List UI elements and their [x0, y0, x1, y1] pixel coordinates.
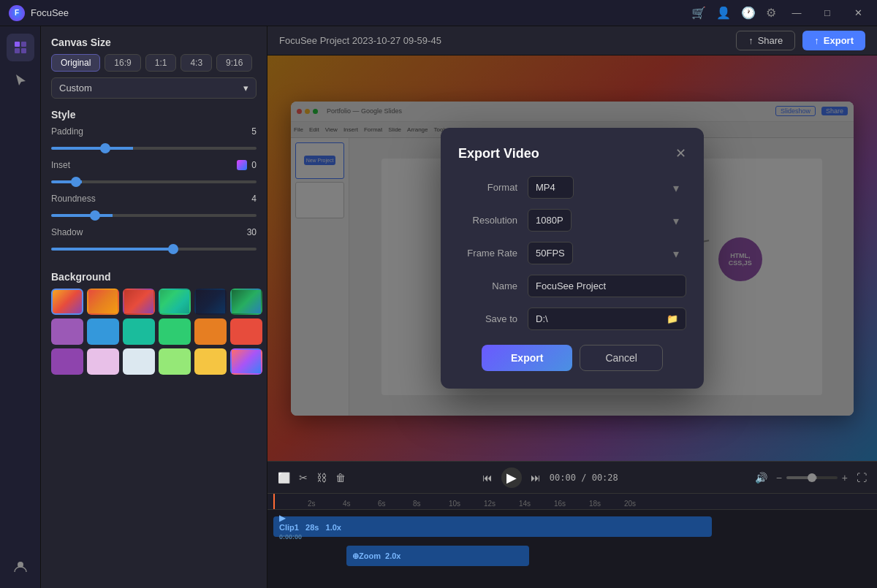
- roundness-label: Roundness: [51, 194, 96, 204]
- bg-swatch-4[interactable]: [159, 289, 191, 315]
- format-select-wrapper: MP4 GIF MOV WEBM: [528, 176, 686, 199]
- modal-export-button[interactable]: Export: [482, 345, 572, 371]
- share-icon: ↑: [748, 35, 753, 46]
- shadow-slider[interactable]: [51, 248, 257, 251]
- format-field: Format MP4 GIF MOV WEBM: [458, 176, 686, 199]
- save-to-field: Save to D:\ 📁: [458, 308, 686, 330]
- aspect-btn-11[interactable]: 1:1: [145, 54, 177, 72]
- save-to-label: Save to: [458, 313, 528, 324]
- main-layout: Canvas Size Original 16:9 1:1 4:3 9:16 C…: [0, 26, 877, 588]
- export-label: Export: [824, 35, 854, 46]
- app-logo: F: [9, 5, 25, 21]
- sidebar-item-cursor[interactable]: [7, 66, 34, 93]
- ruler-20s: 20s: [624, 500, 636, 508]
- inset-header: Inset 0: [51, 160, 257, 170]
- zoom-slider[interactable]: [786, 476, 838, 479]
- clip1[interactable]: ▶ Clip1 28s 1.0x 0:00:00: [273, 516, 712, 537]
- bg-swatch-9[interactable]: [123, 318, 155, 345]
- style-title: Style: [51, 109, 257, 121]
- aspect-btn-169[interactable]: 16:9: [105, 54, 140, 72]
- bg-swatch-10[interactable]: [159, 318, 191, 345]
- frame-rate-select[interactable]: 24FPS 30FPS 50FPS 60FPS: [528, 242, 573, 264]
- zoom-label: Zoom 2.0x: [359, 551, 400, 560]
- bg-swatch-14[interactable]: [87, 348, 119, 375]
- format-select[interactable]: MP4 GIF MOV WEBM: [528, 176, 574, 199]
- padding-value: 5: [251, 126, 257, 137]
- cut-icon[interactable]: ✂: [299, 472, 308, 484]
- zoom-in-icon[interactable]: +: [842, 472, 848, 484]
- time-display: 00:00 / 00:28: [550, 473, 618, 483]
- crop-icon[interactable]: ⬜: [278, 472, 290, 484]
- bg-swatch-18[interactable]: [230, 348, 262, 375]
- bg-swatch-7[interactable]: [51, 318, 83, 345]
- resolution-select[interactable]: 720P 1080P 2K 4K: [528, 209, 572, 232]
- sidebar-item-person[interactable]: [7, 553, 34, 581]
- track-row-clip1: ▶ Clip1 28s 1.0x 0:00:00: [273, 514, 871, 539]
- maximize-button[interactable]: □: [817, 3, 838, 23]
- app-name: FocuSee: [31, 7, 69, 18]
- delete-icon[interactable]: 🗑: [335, 472, 346, 484]
- link-icon[interactable]: ⛓: [316, 472, 327, 484]
- inset-slider[interactable]: [51, 180, 257, 183]
- aspect-btn-916[interactable]: 9:16: [216, 54, 252, 72]
- roundness-slider[interactable]: [51, 214, 257, 217]
- bg-swatch-11[interactable]: [194, 318, 227, 345]
- share-button[interactable]: ↑ Share: [736, 31, 795, 50]
- close-button[interactable]: ✕: [848, 3, 868, 23]
- bg-swatch-17[interactable]: [194, 348, 227, 375]
- bg-swatch-16[interactable]: [159, 348, 191, 375]
- bg-swatch-8[interactable]: [87, 318, 119, 345]
- bg-swatch-2[interactable]: [87, 289, 119, 315]
- settings-icon[interactable]: ⚙: [766, 6, 776, 20]
- play-icon[interactable]: ▶: [501, 467, 522, 488]
- bg-swatch-1[interactable]: [51, 289, 83, 315]
- volume-icon[interactable]: 🔊: [755, 472, 767, 484]
- modal-actions: Export Cancel: [458, 345, 686, 371]
- left-panel: Canvas Size Original 16:9 1:1 4:3 9:16 C…: [41, 26, 267, 588]
- minimize-button[interactable]: —: [786, 3, 807, 23]
- cart-icon[interactable]: 🛒: [691, 6, 706, 20]
- color-dot-icon[interactable]: [237, 160, 247, 170]
- track-row-zoom: ⊕ Zoom 2.0x: [273, 543, 871, 568]
- canvas-size-title: Canvas Size: [51, 37, 257, 48]
- export-icon: ↑: [814, 35, 819, 46]
- modal-close-button[interactable]: ✕: [675, 145, 686, 161]
- padding-row: Padding 5: [51, 126, 257, 153]
- fast-forward-icon[interactable]: ⏭: [531, 472, 541, 484]
- zoom-out-icon[interactable]: −: [776, 472, 782, 484]
- preview-area: Portfolio — Google Slides Slideshow Shar…: [267, 56, 877, 461]
- bg-swatch-13[interactable]: [51, 348, 83, 375]
- bg-swatch-15[interactable]: [123, 348, 155, 375]
- bg-swatch-6[interactable]: [230, 289, 262, 315]
- resolution-select-wrapper: 720P 1080P 2K 4K: [528, 209, 686, 232]
- save-to-value[interactable]: D:\ 📁: [528, 308, 686, 330]
- canvas-size-dropdown[interactable]: Custom ▾: [51, 77, 257, 99]
- modal-cancel-button[interactable]: Cancel: [580, 345, 663, 371]
- fullscreen-icon[interactable]: ⛶: [857, 472, 867, 484]
- user-icon[interactable]: 👤: [716, 6, 731, 20]
- aspect-btn-43[interactable]: 4:3: [181, 54, 212, 72]
- bg-swatch-12[interactable]: [230, 318, 262, 345]
- modal-overlay: Export Video ✕ Format MP4 GIF MOV WEBM: [267, 56, 877, 461]
- clip1-icon: ▶: [279, 513, 341, 523]
- time-current: 00:00: [550, 473, 576, 483]
- zoom-clip[interactable]: ⊕ Zoom 2.0x: [346, 546, 529, 566]
- sidebar-item-canvas[interactable]: [7, 34, 34, 61]
- bg-swatch-5[interactable]: [194, 289, 227, 315]
- aspect-btn-original[interactable]: Original: [51, 54, 100, 72]
- playback-bar: ⬜ ✂ ⛓ 🗑 ⏮ ▶ ⏭ 00:00 / 00:28 🔊 − + ⛶: [267, 461, 877, 493]
- padding-slider[interactable]: [51, 147, 257, 150]
- name-input[interactable]: [528, 275, 686, 297]
- rewind-icon[interactable]: ⏮: [482, 472, 493, 484]
- clip1-label: ▶ Clip1 28s 1.0x 0:00:00: [279, 513, 341, 541]
- bg-swatch-3[interactable]: [123, 289, 155, 315]
- ruler-2s: 2s: [308, 500, 316, 508]
- share-label: Share: [758, 35, 783, 46]
- name-label: Name: [458, 280, 528, 291]
- export-button[interactable]: ↑ Export: [802, 31, 865, 50]
- timeline-playhead[interactable]: [273, 494, 275, 509]
- inset-header-extra: 0: [237, 160, 257, 170]
- resolution-field: Resolution 720P 1080P 2K 4K: [458, 209, 686, 232]
- clock-icon[interactable]: 🕐: [741, 6, 756, 20]
- top-bar-actions: ↑ Share ↑ Export: [736, 31, 865, 50]
